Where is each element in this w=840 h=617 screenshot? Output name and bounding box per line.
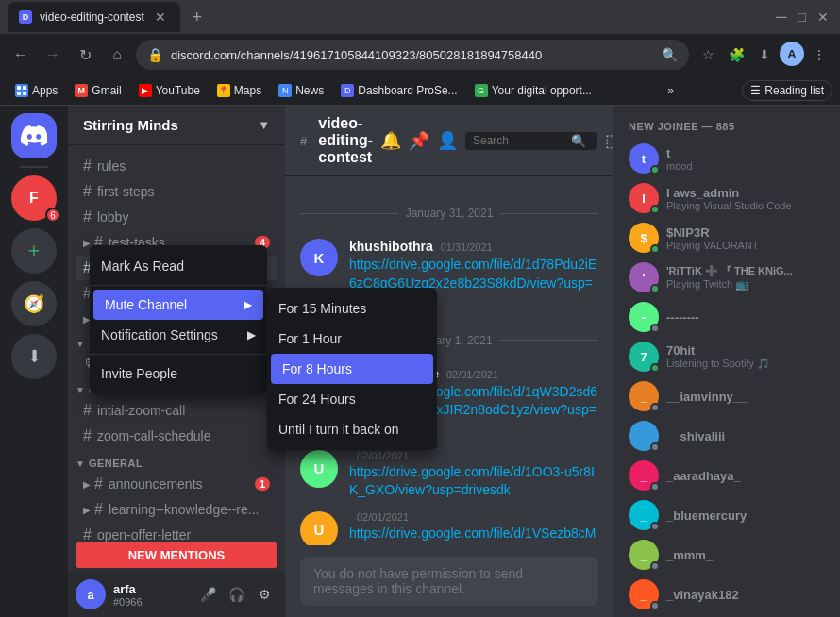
submenu-until-off[interactable]: Until I turn it back on bbox=[267, 414, 437, 444]
ctx-divider-2 bbox=[90, 354, 267, 355]
submenu-8hours[interactable]: For 8 Hours bbox=[271, 354, 433, 384]
download-button[interactable]: ⬇ bbox=[11, 334, 57, 379]
member-aaradhaya[interactable]: _ _aaradhaya_ bbox=[621, 457, 832, 494]
member-dashes[interactable]: - -------- bbox=[621, 298, 832, 336]
member-snip3r[interactable]: $ $NIP3R Playing VALORANT bbox=[621, 219, 832, 257]
member-name-aws: I aws_admin bbox=[666, 186, 825, 200]
forward-button[interactable]: → bbox=[40, 42, 66, 68]
notification-bell-icon[interactable]: 🔔 bbox=[380, 130, 401, 151]
member-info-snip3r: $NIP3R Playing VALORANT bbox=[666, 225, 825, 251]
channel-first-steps[interactable]: # first-steps bbox=[76, 179, 277, 204]
url-input[interactable] bbox=[171, 48, 654, 62]
pin-icon[interactable]: 📌 bbox=[409, 130, 429, 151]
member-name-rittik: 'RiTTiK ➕ 『 THE KNiG... bbox=[666, 264, 825, 278]
member-shivaliii[interactable]: _ __shivaliii__ bbox=[621, 417, 832, 455]
channel-name-lobby: lobby bbox=[97, 209, 270, 225]
channel-name-open-offer: open-offer-letter bbox=[97, 527, 270, 542]
inbox-icon[interactable]: ⬚ bbox=[605, 130, 613, 151]
date-line bbox=[300, 213, 398, 214]
member-iamvinny[interactable]: _ __iamvinny__ bbox=[621, 377, 832, 415]
new-mentions-button[interactable]: NEW MENTIONS bbox=[76, 542, 277, 568]
mute-mic-button[interactable]: 🎤 bbox=[194, 581, 221, 608]
msg-avatar-u2: U bbox=[300, 511, 338, 545]
msg-time-prasad: 02/01/2021 bbox=[446, 369, 498, 380]
ctx-divider-1 bbox=[90, 285, 267, 286]
maps-favicon: 📍 bbox=[217, 84, 230, 97]
member-70hit[interactable]: 7 70hit Listening to Spotify 🎵 bbox=[621, 338, 832, 375]
add-server-button[interactable]: + bbox=[11, 228, 57, 274]
server-header-chevron: ▼ bbox=[258, 118, 270, 132]
general-category-header[interactable]: ▼ GENERAL bbox=[68, 452, 285, 471]
member-avatar-mmm: _ bbox=[629, 540, 659, 570]
mute-channel-item[interactable]: Mute Channel ▶ For 15 Minutes For 1 Hour… bbox=[93, 290, 263, 320]
maximize-button[interactable]: □ bbox=[798, 9, 806, 25]
submenu-1hour[interactable]: For 1 Hour bbox=[267, 324, 437, 354]
msg-link-u2[interactable]: https://drive.google.com/file/d/1VSezb8c… bbox=[349, 525, 596, 545]
user-settings-button[interactable]: ⚙ bbox=[251, 581, 277, 608]
refresh-button[interactable]: ↻ bbox=[72, 42, 98, 68]
member-sidebar: NEW JOINEE — 885 t t mood I I aws_admin … bbox=[613, 106, 840, 617]
member-name-snip3r: $NIP3R bbox=[666, 225, 825, 240]
member-info-bluemercury: _bluemercury bbox=[666, 509, 825, 523]
member-t[interactable]: t t mood bbox=[621, 140, 832, 177]
server-header[interactable]: Stirring Minds ▼ bbox=[68, 106, 285, 145]
more-bookmarks-button[interactable]: » bbox=[660, 81, 681, 100]
channel-announcements[interactable]: ▶ # announcements 1 bbox=[76, 472, 277, 496]
notification-settings-item[interactable]: Notification Settings ▶ bbox=[90, 320, 267, 350]
server-icon-f[interactable]: F 6 bbox=[11, 175, 57, 221]
invite-people-label: Invite People bbox=[101, 366, 177, 381]
bookmark-maps[interactable]: 📍 Maps bbox=[210, 81, 269, 100]
explore-servers-button[interactable]: 🧭 bbox=[11, 281, 57, 326]
user-avatar: a bbox=[76, 579, 106, 609]
channel-zoom-schedule[interactable]: # zoom-call-schedule bbox=[76, 424, 277, 448]
member-aws-admin[interactable]: I I aws_admin Playing Visual Studio Code bbox=[621, 179, 832, 217]
new-tab-button[interactable]: + bbox=[184, 4, 210, 30]
bookmark-news[interactable]: N News bbox=[271, 81, 331, 100]
back-button[interactable]: ← bbox=[8, 42, 34, 68]
chat-search-box[interactable]: 🔍 bbox=[465, 132, 597, 150]
bookmark-google[interactable]: G Your digital opport... bbox=[467, 81, 599, 100]
bookmark-star-button[interactable]: ☆ bbox=[695, 42, 721, 68]
channel-open-offer[interactable]: # open-offer-letter bbox=[76, 523, 277, 542]
active-tab[interactable]: D video-editing-contest ✕ bbox=[8, 2, 180, 32]
home-button[interactable]: ⌂ bbox=[104, 42, 130, 68]
msg-link-u1[interactable]: https://drive.google.com/file/d/1OO3-u5r… bbox=[349, 464, 595, 498]
bookmark-apps[interactable]: Apps bbox=[8, 81, 65, 100]
submenu-15min[interactable]: For 15 Minutes bbox=[267, 293, 437, 324]
bookmark-dashboard[interactable]: D Dashboard ProSe... bbox=[333, 81, 464, 100]
invite-people-item[interactable]: Invite People bbox=[90, 359, 267, 389]
channel-lobby[interactable]: # lobby bbox=[76, 205, 277, 229]
general-category-name: GENERAL bbox=[89, 458, 277, 469]
bookmark-youtube[interactable]: ▶ YouTube bbox=[131, 81, 208, 100]
member-rittik[interactable]: ' 'RiTTiK ➕ 『 THE KNiG... Playing Twitch… bbox=[621, 258, 832, 296]
member-vinayak182[interactable]: _ _vinayak182 bbox=[621, 575, 832, 613]
address-bar[interactable]: 🔒 🔍 bbox=[136, 40, 689, 70]
menu-button[interactable]: ⋮ bbox=[806, 42, 832, 68]
member-mmm[interactable]: _ _mmm_ bbox=[621, 536, 832, 574]
deafen-button[interactable]: 🎧 bbox=[223, 581, 249, 608]
chat-search-input[interactable] bbox=[473, 134, 567, 147]
profile-icon[interactable]: A bbox=[780, 42, 804, 66]
member-info-mmm: _mmm_ bbox=[666, 548, 825, 562]
minimize-button[interactable]: ─ bbox=[776, 8, 786, 25]
member-bluemercury[interactable]: _ _bluemercury bbox=[621, 496, 832, 534]
close-button[interactable]: ✕ bbox=[817, 9, 829, 25]
server-icon-discord[interactable] bbox=[11, 113, 57, 158]
channel-hash-icon: # bbox=[83, 526, 92, 542]
submenu-24hours[interactable]: For 24 Hours bbox=[267, 384, 437, 414]
member-name-mmm: _mmm_ bbox=[666, 548, 825, 562]
tab-close-button[interactable]: ✕ bbox=[152, 8, 169, 25]
user-name: arfa bbox=[113, 582, 187, 596]
channel-intial-zoom[interactable]: # intial-zoom-call bbox=[76, 398, 277, 423]
member-status-aws bbox=[650, 205, 660, 214]
reading-list-button[interactable]: ☰ Reading list bbox=[742, 80, 832, 101]
channel-name-rules: rules bbox=[97, 158, 270, 174]
mark-as-read-item[interactable]: Mark As Read bbox=[90, 251, 267, 281]
extensions-button[interactable]: 🧩 bbox=[723, 42, 749, 68]
member-status-bluemercury bbox=[650, 522, 660, 531]
channel-learning[interactable]: ▶ # learning--knowledge--re... bbox=[76, 497, 277, 522]
channel-rules[interactable]: # rules bbox=[76, 154, 277, 178]
bookmark-gmail[interactable]: M Gmail bbox=[67, 81, 128, 100]
member-list-icon[interactable]: 👤 bbox=[437, 130, 458, 151]
download-indicator[interactable]: ⬇ bbox=[751, 42, 778, 68]
